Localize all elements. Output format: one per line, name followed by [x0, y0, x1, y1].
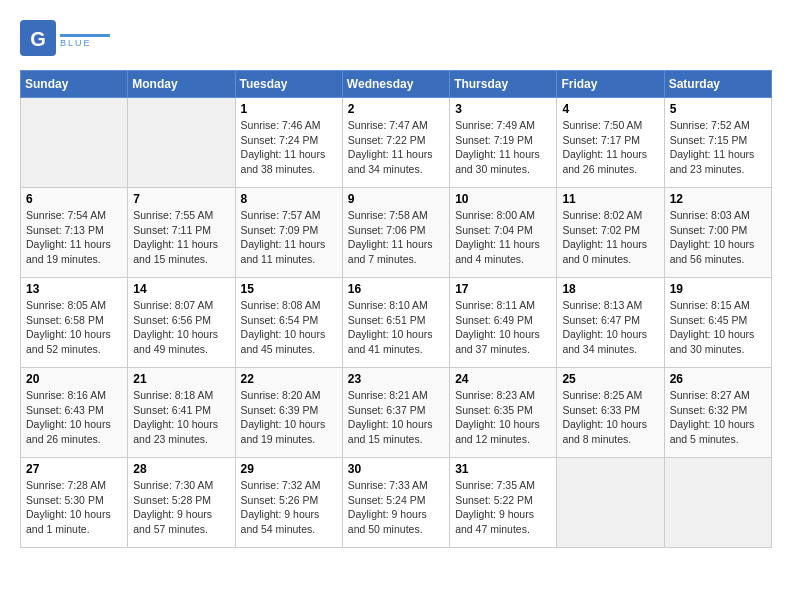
day-cell: 19Sunrise: 8:15 AM Sunset: 6:45 PM Dayli… — [664, 278, 771, 368]
day-number: 12 — [670, 192, 766, 206]
day-cell: 28Sunrise: 7:30 AM Sunset: 5:28 PM Dayli… — [128, 458, 235, 548]
day-header-monday: Monday — [128, 71, 235, 98]
day-cell: 29Sunrise: 7:32 AM Sunset: 5:26 PM Dayli… — [235, 458, 342, 548]
day-number: 23 — [348, 372, 444, 386]
day-info: Sunrise: 8:00 AM Sunset: 7:04 PM Dayligh… — [455, 208, 551, 267]
day-header-saturday: Saturday — [664, 71, 771, 98]
day-cell: 13Sunrise: 8:05 AM Sunset: 6:58 PM Dayli… — [21, 278, 128, 368]
day-number: 17 — [455, 282, 551, 296]
logo-text: BLUE — [60, 32, 110, 48]
day-cell: 30Sunrise: 7:33 AM Sunset: 5:24 PM Dayli… — [342, 458, 449, 548]
day-number: 8 — [241, 192, 337, 206]
day-info: Sunrise: 8:15 AM Sunset: 6:45 PM Dayligh… — [670, 298, 766, 357]
day-info: Sunrise: 8:25 AM Sunset: 6:33 PM Dayligh… — [562, 388, 658, 447]
svg-text:G: G — [30, 28, 46, 50]
day-header-tuesday: Tuesday — [235, 71, 342, 98]
day-cell: 17Sunrise: 8:11 AM Sunset: 6:49 PM Dayli… — [450, 278, 557, 368]
day-cell: 4Sunrise: 7:50 AM Sunset: 7:17 PM Daylig… — [557, 98, 664, 188]
day-number: 29 — [241, 462, 337, 476]
week-row-3: 13Sunrise: 8:05 AM Sunset: 6:58 PM Dayli… — [21, 278, 772, 368]
day-info: Sunrise: 7:46 AM Sunset: 7:24 PM Dayligh… — [241, 118, 337, 177]
day-number: 28 — [133, 462, 229, 476]
day-cell: 20Sunrise: 8:16 AM Sunset: 6:43 PM Dayli… — [21, 368, 128, 458]
logo: G BLUE — [20, 20, 110, 60]
day-number: 13 — [26, 282, 122, 296]
day-number: 19 — [670, 282, 766, 296]
day-number: 20 — [26, 372, 122, 386]
day-number: 22 — [241, 372, 337, 386]
day-info: Sunrise: 7:49 AM Sunset: 7:19 PM Dayligh… — [455, 118, 551, 177]
day-info: Sunrise: 8:08 AM Sunset: 6:54 PM Dayligh… — [241, 298, 337, 357]
day-info: Sunrise: 7:32 AM Sunset: 5:26 PM Dayligh… — [241, 478, 337, 537]
day-cell: 15Sunrise: 8:08 AM Sunset: 6:54 PM Dayli… — [235, 278, 342, 368]
day-info: Sunrise: 7:35 AM Sunset: 5:22 PM Dayligh… — [455, 478, 551, 537]
day-cell: 26Sunrise: 8:27 AM Sunset: 6:32 PM Dayli… — [664, 368, 771, 458]
day-cell: 31Sunrise: 7:35 AM Sunset: 5:22 PM Dayli… — [450, 458, 557, 548]
day-info: Sunrise: 7:57 AM Sunset: 7:09 PM Dayligh… — [241, 208, 337, 267]
day-header-wednesday: Wednesday — [342, 71, 449, 98]
day-cell: 8Sunrise: 7:57 AM Sunset: 7:09 PM Daylig… — [235, 188, 342, 278]
day-cell: 9Sunrise: 7:58 AM Sunset: 7:06 PM Daylig… — [342, 188, 449, 278]
day-info: Sunrise: 8:23 AM Sunset: 6:35 PM Dayligh… — [455, 388, 551, 447]
day-number: 31 — [455, 462, 551, 476]
day-number: 11 — [562, 192, 658, 206]
day-cell — [664, 458, 771, 548]
day-info: Sunrise: 8:07 AM Sunset: 6:56 PM Dayligh… — [133, 298, 229, 357]
week-row-4: 20Sunrise: 8:16 AM Sunset: 6:43 PM Dayli… — [21, 368, 772, 458]
day-info: Sunrise: 7:30 AM Sunset: 5:28 PM Dayligh… — [133, 478, 229, 537]
day-number: 5 — [670, 102, 766, 116]
day-info: Sunrise: 8:27 AM Sunset: 6:32 PM Dayligh… — [670, 388, 766, 447]
day-cell: 7Sunrise: 7:55 AM Sunset: 7:11 PM Daylig… — [128, 188, 235, 278]
day-info: Sunrise: 8:05 AM Sunset: 6:58 PM Dayligh… — [26, 298, 122, 357]
day-number: 10 — [455, 192, 551, 206]
day-info: Sunrise: 7:47 AM Sunset: 7:22 PM Dayligh… — [348, 118, 444, 177]
day-cell — [557, 458, 664, 548]
day-info: Sunrise: 8:20 AM Sunset: 6:39 PM Dayligh… — [241, 388, 337, 447]
day-number: 25 — [562, 372, 658, 386]
day-info: Sunrise: 8:21 AM Sunset: 6:37 PM Dayligh… — [348, 388, 444, 447]
day-info: Sunrise: 8:13 AM Sunset: 6:47 PM Dayligh… — [562, 298, 658, 357]
day-number: 18 — [562, 282, 658, 296]
day-number: 9 — [348, 192, 444, 206]
day-cell: 12Sunrise: 8:03 AM Sunset: 7:00 PM Dayli… — [664, 188, 771, 278]
day-cell: 21Sunrise: 8:18 AM Sunset: 6:41 PM Dayli… — [128, 368, 235, 458]
day-cell: 2Sunrise: 7:47 AM Sunset: 7:22 PM Daylig… — [342, 98, 449, 188]
day-number: 14 — [133, 282, 229, 296]
week-row-2: 6Sunrise: 7:54 AM Sunset: 7:13 PM Daylig… — [21, 188, 772, 278]
day-info: Sunrise: 8:10 AM Sunset: 6:51 PM Dayligh… — [348, 298, 444, 357]
day-cell: 18Sunrise: 8:13 AM Sunset: 6:47 PM Dayli… — [557, 278, 664, 368]
day-number: 7 — [133, 192, 229, 206]
day-cell: 3Sunrise: 7:49 AM Sunset: 7:19 PM Daylig… — [450, 98, 557, 188]
day-number: 16 — [348, 282, 444, 296]
day-number: 26 — [670, 372, 766, 386]
day-info: Sunrise: 8:11 AM Sunset: 6:49 PM Dayligh… — [455, 298, 551, 357]
day-info: Sunrise: 8:03 AM Sunset: 7:00 PM Dayligh… — [670, 208, 766, 267]
day-info: Sunrise: 7:28 AM Sunset: 5:30 PM Dayligh… — [26, 478, 122, 537]
day-cell — [21, 98, 128, 188]
day-info: Sunrise: 7:55 AM Sunset: 7:11 PM Dayligh… — [133, 208, 229, 267]
day-cell: 10Sunrise: 8:00 AM Sunset: 7:04 PM Dayli… — [450, 188, 557, 278]
day-cell: 6Sunrise: 7:54 AM Sunset: 7:13 PM Daylig… — [21, 188, 128, 278]
day-number: 24 — [455, 372, 551, 386]
week-row-1: 1Sunrise: 7:46 AM Sunset: 7:24 PM Daylig… — [21, 98, 772, 188]
day-cell: 22Sunrise: 8:20 AM Sunset: 6:39 PM Dayli… — [235, 368, 342, 458]
calendar-table: SundayMondayTuesdayWednesdayThursdayFrid… — [20, 70, 772, 548]
day-cell: 14Sunrise: 8:07 AM Sunset: 6:56 PM Dayli… — [128, 278, 235, 368]
day-cell: 11Sunrise: 8:02 AM Sunset: 7:02 PM Dayli… — [557, 188, 664, 278]
day-info: Sunrise: 7:58 AM Sunset: 7:06 PM Dayligh… — [348, 208, 444, 267]
day-number: 21 — [133, 372, 229, 386]
day-number: 4 — [562, 102, 658, 116]
day-cell: 24Sunrise: 8:23 AM Sunset: 6:35 PM Dayli… — [450, 368, 557, 458]
day-info: Sunrise: 7:52 AM Sunset: 7:15 PM Dayligh… — [670, 118, 766, 177]
day-info: Sunrise: 7:54 AM Sunset: 7:13 PM Dayligh… — [26, 208, 122, 267]
week-row-5: 27Sunrise: 7:28 AM Sunset: 5:30 PM Dayli… — [21, 458, 772, 548]
day-info: Sunrise: 8:02 AM Sunset: 7:02 PM Dayligh… — [562, 208, 658, 267]
day-cell: 27Sunrise: 7:28 AM Sunset: 5:30 PM Dayli… — [21, 458, 128, 548]
day-cell: 1Sunrise: 7:46 AM Sunset: 7:24 PM Daylig… — [235, 98, 342, 188]
day-number: 1 — [241, 102, 337, 116]
day-header-friday: Friday — [557, 71, 664, 98]
day-number: 27 — [26, 462, 122, 476]
day-info: Sunrise: 8:16 AM Sunset: 6:43 PM Dayligh… — [26, 388, 122, 447]
day-number: 6 — [26, 192, 122, 206]
day-cell: 5Sunrise: 7:52 AM Sunset: 7:15 PM Daylig… — [664, 98, 771, 188]
